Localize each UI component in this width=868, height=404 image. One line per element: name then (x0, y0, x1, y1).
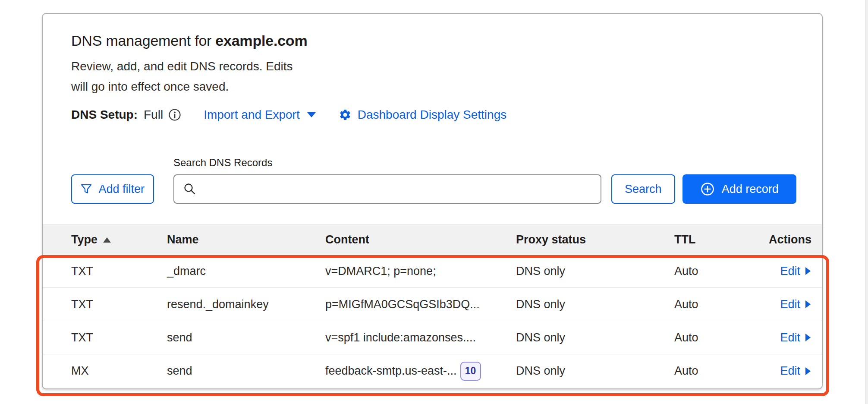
dashboard-display-settings-label: Dashboard Display Settings (358, 108, 507, 122)
page-subtitle: Review, add, and edit DNS records. Edits… (43, 56, 330, 97)
cell-proxy-status: DNS only (516, 265, 674, 278)
table-header-row: Type Name Content Proxy status TTL Actio… (43, 224, 822, 255)
dashboard-display-settings-link[interactable]: Dashboard Display Settings (339, 108, 507, 122)
search-records-label: Search DNS Records (173, 156, 822, 169)
search-field (173, 174, 602, 204)
cell-ttl: Auto (674, 331, 762, 344)
dns-records-table: Type Name Content Proxy status TTL Actio… (43, 224, 822, 388)
table-row-mx: MX send feedback-smtp.us-east-... 10 DNS… (43, 354, 822, 388)
add-record-label: Add record (722, 183, 779, 196)
column-header-type[interactable]: Type (71, 233, 167, 246)
edit-record-button[interactable]: Edit (780, 265, 811, 278)
plus-circle-icon (700, 182, 715, 196)
search-input[interactable] (174, 175, 601, 203)
cell-type: MX (71, 364, 167, 378)
edit-record-button[interactable]: Edit (780, 331, 811, 344)
page-title: DNS management forexample.com (43, 31, 822, 50)
dns-setup-row: DNS Setup: Full Import and Export (43, 108, 822, 122)
add-filter-button[interactable]: Add filter (71, 174, 154, 204)
cell-proxy-status: DNS only (516, 298, 674, 311)
cell-content: feedback-smtp.us-east-... 10 (325, 362, 516, 381)
triangle-right-icon (805, 266, 811, 276)
toolbar: Add filter Search (43, 174, 822, 204)
scrollbar[interactable] (865, 0, 868, 404)
cell-content-text: feedback-smtp.us-east-... (325, 364, 457, 378)
cell-name: send (167, 364, 325, 378)
search-button[interactable]: Search (611, 174, 675, 204)
column-header-name[interactable]: Name (167, 233, 325, 246)
gear-icon (339, 108, 352, 121)
table-row-spf: TXT send v=spf1 include:amazonses.... DN… (43, 321, 822, 354)
cell-type: TXT (71, 265, 167, 278)
cell-ttl: Auto (674, 265, 762, 278)
priority-badge: 10 (460, 362, 481, 381)
column-header-ttl[interactable]: TTL (674, 233, 762, 246)
table-row-domainkey: TXT resend._domainkey p=MIGfMA0GCSqGSIb3… (43, 288, 822, 321)
page: DNS management forexample.com Review, ad… (0, 0, 868, 404)
cell-proxy-status: DNS only (516, 331, 674, 344)
cell-content: v=spf1 include:amazonses.... (325, 331, 516, 344)
table-row-dmarc: TXT _dmarc v=DMARC1; p=none; DNS only Au… (43, 255, 822, 288)
column-header-proxy-status[interactable]: Proxy status (516, 233, 674, 246)
cell-ttl: Auto (674, 298, 762, 311)
chevron-down-icon (307, 112, 316, 118)
funnel-icon (80, 183, 92, 195)
cell-content: v=DMARC1; p=none; (325, 265, 516, 278)
dns-management-card: DNS management forexample.com Review, ad… (42, 13, 823, 389)
triangle-right-icon (805, 300, 811, 309)
cell-type: TXT (71, 331, 167, 344)
dns-setup-label: DNS Setup: (71, 108, 138, 122)
cell-content: p=MIGfMA0GCSqGSIb3DQ... (325, 298, 516, 311)
search-icon (183, 182, 197, 196)
edit-record-button[interactable]: Edit (780, 364, 811, 378)
triangle-right-icon (805, 366, 811, 376)
column-header-actions: Actions (762, 233, 811, 246)
cell-name: _dmarc (167, 265, 325, 278)
triangle-right-icon (805, 333, 811, 342)
import-export-link[interactable]: Import and Export (204, 108, 316, 122)
cell-type: TXT (71, 298, 167, 311)
cell-ttl: Auto (674, 364, 762, 378)
import-export-label: Import and Export (204, 108, 300, 122)
add-filter-label: Add filter (98, 183, 145, 196)
sort-ascending-icon (103, 237, 111, 243)
cell-name: send (167, 331, 325, 344)
cell-name: resend._domainkey (167, 298, 325, 311)
edit-record-button[interactable]: Edit (780, 298, 811, 311)
add-record-button[interactable]: Add record (682, 174, 796, 204)
page-title-prefix: DNS management for (71, 32, 211, 49)
page-title-domain: example.com (215, 32, 307, 49)
info-icon[interactable] (168, 108, 181, 121)
cell-proxy-status: DNS only (516, 364, 674, 378)
dns-setup-value: Full (144, 108, 163, 122)
column-header-content[interactable]: Content (325, 233, 516, 246)
